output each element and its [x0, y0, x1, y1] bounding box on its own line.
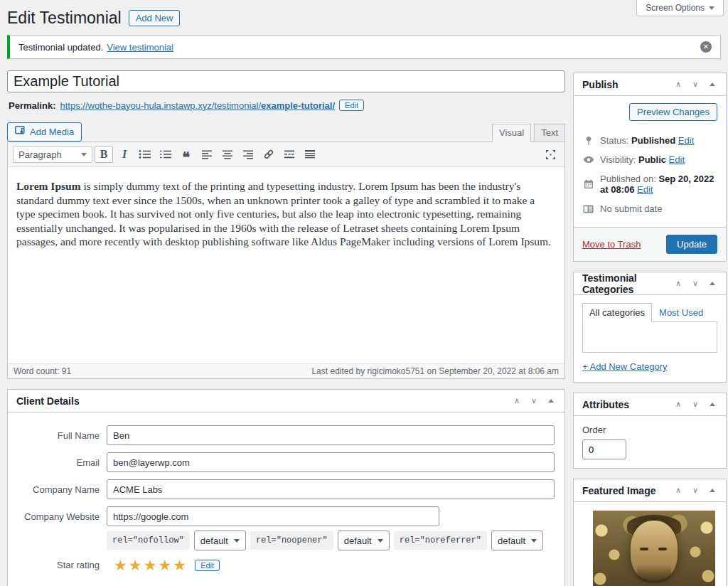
view-testimonial-link[interactable]: View testimonial [107, 42, 173, 53]
post-title-input[interactable] [7, 70, 565, 92]
screen-options-button[interactable]: Screen Options [636, 0, 724, 16]
toggle-panel-icon[interactable] [705, 276, 720, 292]
client-details-title: Client Details [16, 395, 80, 407]
full-name-label: Full Name [18, 430, 107, 441]
publish-header[interactable]: Publish ∧ ∨ [574, 73, 726, 96]
edit-visibility-link[interactable]: Edit [669, 154, 685, 165]
permalink-link[interactable]: https://wothe-bayou-hula.instawp.xyz/tes… [60, 100, 335, 111]
featured-image-panel: Featured Image ∧ ∨ Click the image to ed… [573, 479, 727, 586]
toggle-panel-icon[interactable] [705, 77, 720, 92]
align-left-icon[interactable] [198, 146, 216, 163]
add-media-icon [15, 126, 26, 138]
align-right-icon[interactable] [239, 146, 257, 163]
toggle-panel-icon[interactable] [705, 483, 720, 499]
chevron-down-icon [234, 539, 240, 543]
numbered-list-icon[interactable] [156, 146, 175, 163]
edit-published-link[interactable]: Edit [637, 184, 653, 195]
content-body-text: is simply dummy text of the printing and… [16, 180, 551, 247]
featured-image-header[interactable]: Featured Image ∧ ∨ [574, 479, 726, 502]
edit-status-link[interactable]: Edit [678, 135, 694, 146]
move-down-icon[interactable]: ∨ [687, 483, 703, 499]
permalink-label: Permalink: [9, 100, 55, 111]
calendar-icon [582, 179, 594, 189]
star-rating-stars[interactable]: ★★★★★ [114, 558, 188, 572]
page-title: Edit Testimonial [7, 9, 122, 28]
tab-text[interactable]: Text [534, 124, 565, 142]
chevron-down-icon [378, 539, 383, 543]
move-up-icon[interactable]: ∧ [670, 483, 686, 499]
update-notice: Testimonial updated. View testimonial ✕ [7, 35, 721, 59]
screen-options-label: Screen Options [646, 3, 705, 13]
rel-nofollow-label: rel="nofollow" [107, 531, 190, 550]
visibility-row: Visibility: Public Edit [582, 150, 717, 169]
dismiss-notice-icon[interactable]: ✕ [700, 41, 712, 53]
permalink-edit-button[interactable]: Edit [339, 100, 364, 111]
move-up-icon[interactable]: ∧ [670, 276, 686, 292]
bulleted-list-icon[interactable] [136, 146, 154, 163]
categories-header[interactable]: Testimonial Categories ∧ ∨ [574, 272, 726, 295]
status-row: Status: Published Edit [582, 131, 717, 150]
full-name-field[interactable] [107, 425, 555, 445]
category-checklist[interactable] [582, 321, 717, 353]
page-header: Edit Testimonial Add New [0, 0, 728, 28]
tab-all-categories[interactable]: All categories [582, 303, 652, 322]
company-website-field[interactable] [107, 506, 439, 526]
rel-noopener-select[interactable]: default [338, 531, 390, 550]
tab-visual[interactable]: Visual [492, 124, 531, 142]
pin-icon [582, 136, 594, 146]
blockquote-icon[interactable]: ❝ [177, 146, 196, 163]
company-name-label: Company Name [18, 484, 107, 495]
word-count: Word count: 91 [14, 366, 71, 376]
attributes-panel: Attributes ∧ ∨ Order [573, 393, 727, 469]
permalink-row: Permalink: https://wothe-bayou-hula.inst… [9, 100, 565, 111]
rel-noreferrer-select[interactable]: default [491, 531, 543, 550]
add-new-button[interactable]: Add New [129, 10, 181, 26]
tab-most-used[interactable]: Most Used [652, 304, 710, 321]
move-up-icon[interactable]: ∧ [509, 393, 525, 409]
star-rating-edit-button[interactable]: Edit [195, 560, 220, 571]
editor-content-area[interactable]: Lorem Ipsum is simply dummy text of the … [8, 167, 564, 363]
client-details-header[interactable]: Client Details ∧ ∨ [8, 390, 564, 412]
move-down-icon[interactable]: ∨ [687, 397, 703, 412]
move-down-icon[interactable]: ∨ [526, 393, 542, 409]
toggle-panel-icon[interactable] [543, 393, 559, 409]
rel-nofollow-select[interactable]: default [194, 531, 246, 550]
add-media-button[interactable]: Add Media [7, 122, 82, 142]
categories-title: Testimonial Categories [582, 272, 670, 295]
move-up-icon[interactable]: ∧ [670, 77, 686, 92]
add-new-category-link[interactable]: + Add New Category [582, 361, 668, 372]
toolbar-toggle-icon[interactable] [301, 146, 319, 163]
order-field[interactable] [582, 440, 626, 459]
featured-image-title: Featured Image [582, 485, 655, 496]
content-bold-text: Lorem Ipsum [16, 180, 81, 192]
fullscreen-icon[interactable] [541, 146, 560, 163]
preview-changes-button[interactable]: Preview Changes [629, 103, 717, 121]
attributes-title: Attributes [582, 399, 629, 410]
align-center-icon[interactable] [218, 146, 237, 163]
toggle-panel-icon[interactable] [705, 397, 720, 412]
company-name-field[interactable] [107, 479, 555, 499]
featured-image-thumbnail[interactable] [593, 511, 715, 586]
attributes-header[interactable]: Attributes ∧ ∨ [574, 393, 726, 416]
italic-icon[interactable]: I [115, 146, 134, 163]
email-field[interactable] [107, 452, 555, 472]
paragraph-format-dropdown[interactable]: Paragraph [13, 146, 92, 163]
submit-date-row: No submit date [582, 199, 717, 218]
no-submit-date-text: No submit date [600, 203, 662, 214]
eye-icon [582, 156, 594, 164]
rel-noreferrer-label: rel="noreferrer" [394, 531, 487, 550]
rel-noopener-label: rel="noopener" [250, 531, 333, 550]
move-down-icon[interactable]: ∨ [687, 276, 703, 292]
visual-editor: Paragraph B I ❝ [7, 142, 565, 379]
client-details-panel: Client Details ∧ ∨ Full Name Email Compa [7, 389, 565, 586]
bold-icon[interactable]: B [95, 146, 113, 163]
link-icon[interactable] [259, 146, 278, 163]
editor-statusbar: Word count: 91 Last edited by rigicimoko… [8, 363, 564, 378]
update-button[interactable]: Update [666, 235, 717, 254]
move-up-icon[interactable]: ∧ [670, 397, 686, 412]
notice-text: Testimonial updated. [18, 42, 103, 53]
submit-date-icon [582, 205, 594, 213]
read-more-tag-icon[interactable] [280, 146, 299, 163]
move-to-trash-link[interactable]: Move to Trash [582, 239, 641, 250]
move-down-icon[interactable]: ∨ [687, 77, 703, 92]
